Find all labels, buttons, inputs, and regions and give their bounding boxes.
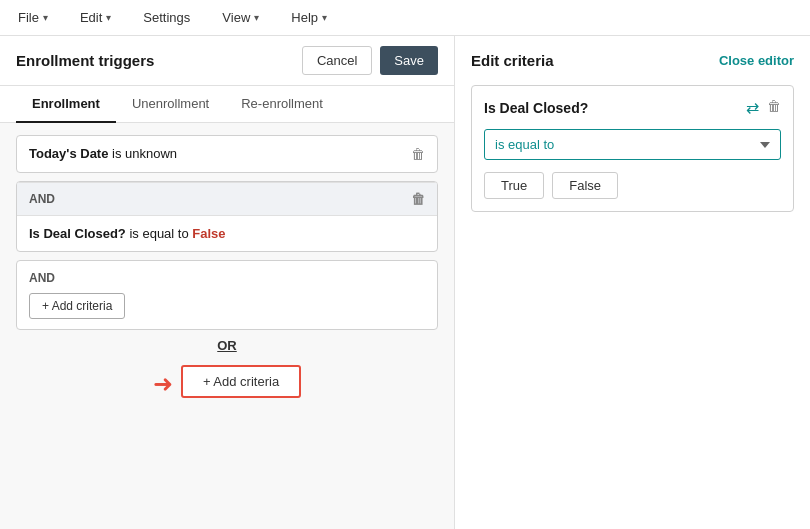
value-buttons: True False [484,172,781,199]
right-panel-header: Edit criteria Close editor [471,52,794,69]
criteria-group-2: AND 🗑 Is Deal Closed? is equal to False [16,181,438,252]
arrow-container: ➜ + Add criteria [16,361,438,398]
true-button[interactable]: True [484,172,544,199]
menu-help-label: Help [291,10,318,25]
tab-reenrollment[interactable]: Re-enrollment [225,86,339,123]
delete-icon-today[interactable]: 🗑 [411,146,425,162]
edit-criteria-card: Is Deal Closed? ⇄ 🗑 is equal to is not e… [471,85,794,212]
header-buttons: Cancel Save [302,46,438,75]
menu-view[interactable]: View ▾ [216,6,265,29]
panel-title: Enrollment triggers [16,52,154,69]
criteria-item-today: Today's Date is unknown 🗑 [17,136,437,172]
criteria-group-1: Today's Date is unknown 🗑 [16,135,438,173]
menu-view-label: View [222,10,250,25]
operator-dropdown[interactable]: is equal to is not equal to [484,129,781,160]
menu-edit[interactable]: Edit ▾ [74,6,117,29]
edit-criteria-icons: ⇄ 🗑 [746,98,781,117]
edit-criteria-name: Is Deal Closed? [484,100,588,116]
tab-enrollment[interactable]: Enrollment [16,86,116,123]
criteria-text-deal: Is Deal Closed? is equal to False [29,226,425,241]
and-label-2: AND 🗑 [17,182,437,216]
menu-edit-chevron: ▾ [106,12,111,23]
menu-settings[interactable]: Settings [137,6,196,29]
right-panel: Edit criteria Close editor Is Deal Close… [455,36,810,529]
criteria-row-today: Today's Date is unknown 🗑 [29,146,425,162]
delete-icon-and2[interactable]: 🗑 [411,191,425,207]
red-arrow-icon: ➜ [153,370,173,398]
and-label-standalone: AND [29,271,425,285]
menu-bar: File ▾ Edit ▾ Settings View ▾ Help ▾ [0,0,810,36]
panel-header: Enrollment triggers Cancel Save [0,36,454,86]
save-button[interactable]: Save [380,46,438,75]
or-label: OR [16,338,438,353]
menu-settings-label: Settings [143,10,190,25]
tabs: Enrollment Unenrollment Re-enrollment [0,86,454,123]
add-criteria-box: AND + Add criteria [16,260,438,330]
edit-criteria-name-row: Is Deal Closed? ⇄ 🗑 [484,98,781,117]
false-button[interactable]: False [552,172,618,199]
menu-help[interactable]: Help ▾ [285,6,333,29]
main-layout: Enrollment triggers Cancel Save Enrollme… [0,36,810,529]
menu-file-label: File [18,10,39,25]
menu-file[interactable]: File ▾ [12,6,54,29]
trash-icon[interactable]: 🗑 [767,98,781,117]
menu-help-chevron: ▾ [322,12,327,23]
menu-file-chevron: ▾ [43,12,48,23]
criteria-text-today: Today's Date is unknown [29,146,403,161]
criteria-row-deal: Is Deal Closed? is equal to False [29,226,425,241]
close-editor-link[interactable]: Close editor [719,53,794,68]
cancel-button[interactable]: Cancel [302,46,372,75]
menu-view-chevron: ▾ [254,12,259,23]
tab-unenrollment[interactable]: Unenrollment [116,86,225,123]
panel-content: Today's Date is unknown 🗑 AND 🗑 Is Deal … [0,123,454,529]
right-panel-title: Edit criteria [471,52,554,69]
or-add-criteria-button[interactable]: + Add criteria [181,365,301,398]
criteria-item-deal-closed: Is Deal Closed? is equal to False [17,216,437,251]
left-panel: Enrollment triggers Cancel Save Enrollme… [0,36,455,529]
menu-edit-label: Edit [80,10,102,25]
refresh-icon[interactable]: ⇄ [746,98,759,117]
or-section: OR [16,338,438,353]
add-criteria-button[interactable]: + Add criteria [29,293,125,319]
